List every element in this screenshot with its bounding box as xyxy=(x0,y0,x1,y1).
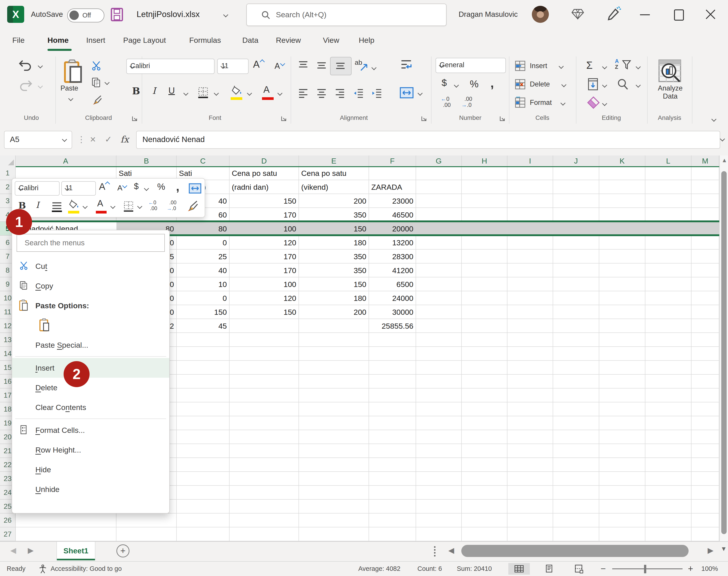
undo-dropdown-icon[interactable] xyxy=(38,63,43,68)
menu-item-format-cells[interactable]: Format Cells... xyxy=(12,420,169,440)
redo-dropdown-icon[interactable] xyxy=(38,84,43,89)
format-cells-icon[interactable] xyxy=(514,96,526,109)
menu-item-hide[interactable]: Hide xyxy=(12,460,169,480)
mini-comma[interactable]: , xyxy=(176,179,179,193)
menu-item-insert[interactable]: Insert xyxy=(12,358,169,378)
number-dialog-launcher-icon[interactable] xyxy=(499,115,506,122)
font-name-combo[interactable]: Calibri xyxy=(126,59,215,74)
tab-review[interactable]: Review xyxy=(276,32,301,48)
insert-cells-label[interactable]: Insert xyxy=(530,62,547,70)
row-header-27[interactable]: 27 xyxy=(0,527,16,541)
status-mode[interactable]: Ready xyxy=(7,561,26,576)
column-header-C[interactable]: C xyxy=(177,155,230,166)
scroll-right-icon[interactable]: ▶ xyxy=(708,546,714,555)
tab-insert[interactable]: Insert xyxy=(86,32,105,48)
merge-center-icon[interactable] xyxy=(399,86,414,99)
scroll-up-icon[interactable]: ▲ xyxy=(722,157,727,164)
cell-F8[interactable]: 41200 xyxy=(369,263,416,277)
cell-D4[interactable]: 170 xyxy=(230,208,299,222)
underline-button[interactable]: U xyxy=(169,86,175,96)
cell-F6[interactable]: 13200 xyxy=(369,236,416,250)
filename-chevron-icon[interactable] xyxy=(223,12,229,18)
cell-F5[interactable]: 20000 xyxy=(369,222,416,236)
mini-format-painter-icon[interactable] xyxy=(185,199,199,213)
cell-F9[interactable]: 6500 xyxy=(369,277,416,291)
cell-E4[interactable]: 350 xyxy=(299,208,369,222)
clear-eraser-icon[interactable] xyxy=(587,96,600,109)
mini-currency-dropdown-icon[interactable] xyxy=(144,186,149,191)
column-header-I[interactable]: I xyxy=(508,155,553,166)
enter-icon[interactable]: ✓ xyxy=(105,131,112,148)
cell-D2[interactable]: (radni dan) xyxy=(230,180,299,194)
paste-label[interactable]: Paste xyxy=(60,84,78,92)
accessibility-status[interactable]: Accessibility: Good to go xyxy=(51,561,122,576)
decrease-font-button[interactable]: A xyxy=(275,61,280,71)
document-title[interactable]: LetnjiPoslovi.xlsx xyxy=(136,6,200,23)
add-sheet-button[interactable]: + xyxy=(116,544,129,557)
cell-E7[interactable]: 350 xyxy=(299,250,369,263)
cell-D7[interactable]: 170 xyxy=(230,250,299,263)
clear-dropdown-icon[interactable] xyxy=(602,101,607,106)
clipboard-dialog-launcher-icon[interactable] xyxy=(131,115,138,122)
middle-align-icon[interactable] xyxy=(315,59,328,72)
cell-D8[interactable]: 170 xyxy=(230,263,299,277)
increase-decimal-button[interactable]: .00 →.0 xyxy=(461,96,472,108)
align-center-icon[interactable] xyxy=(315,87,328,99)
align-left-icon[interactable] xyxy=(297,87,309,99)
top-align-icon[interactable] xyxy=(297,59,309,72)
cell-F4[interactable]: 46500 xyxy=(369,208,416,222)
column-header-L[interactable]: L xyxy=(645,155,692,166)
premium-diamond-icon[interactable] xyxy=(572,8,584,20)
sort-filter-button[interactable]: A Z xyxy=(615,58,619,70)
column-header-G[interactable]: G xyxy=(416,155,462,166)
cell-D6[interactable]: 120 xyxy=(230,236,299,250)
mini-decrease-decimal[interactable]: ←0 .00 xyxy=(148,200,157,211)
column-header-F[interactable]: F xyxy=(369,155,416,166)
mini-italic[interactable]: I xyxy=(36,200,39,210)
mini-font-name-combo[interactable]: Calibri xyxy=(15,181,60,196)
mini-percent[interactable]: % xyxy=(157,182,165,192)
formula-input[interactable]: Nenadović Nenad xyxy=(136,131,720,149)
column-header-K[interactable]: K xyxy=(599,155,645,166)
cell-D11[interactable]: 150 xyxy=(230,305,299,319)
insert-cells-icon[interactable] xyxy=(514,60,526,72)
cell-C8[interactable]: 40 xyxy=(177,263,229,277)
cell-F10[interactable]: 24000 xyxy=(369,291,416,305)
decrease-indent-icon[interactable] xyxy=(353,87,365,99)
column-header-E[interactable]: E xyxy=(299,155,369,166)
cell-C10[interactable]: 0 xyxy=(177,291,229,305)
prev-sheet-icon[interactable]: ◀ xyxy=(10,546,16,555)
zoom-level[interactable]: 100% xyxy=(701,561,718,576)
cell-D3[interactable]: 150 xyxy=(230,194,299,208)
insert-function-icon[interactable]: fx xyxy=(120,131,129,148)
wrap-text-button[interactable] xyxy=(399,58,414,73)
cell-C9[interactable]: 10 xyxy=(177,277,229,291)
column-header-J[interactable]: J xyxy=(553,155,599,166)
fill-dropdown-icon[interactable] xyxy=(602,83,607,88)
fill-down-icon[interactable] xyxy=(587,78,599,91)
page-layout-view-button[interactable] xyxy=(538,563,560,575)
fill-color-dropdown-icon[interactable] xyxy=(247,91,252,96)
cancel-icon[interactable]: × xyxy=(90,131,96,148)
menu-item-clear-contents[interactable]: Clear Contents xyxy=(12,398,169,417)
cell-F2[interactable]: ZARADA xyxy=(369,180,416,194)
decrease-decimal-button[interactable]: ←0 .00 xyxy=(441,96,451,108)
mini-borders-icon[interactable] xyxy=(122,200,135,212)
cell-C7[interactable]: 25 xyxy=(177,250,229,263)
avatar[interactable] xyxy=(532,6,549,23)
horizontal-scroll-thumb[interactable] xyxy=(461,545,689,557)
undo-button[interactable] xyxy=(18,59,34,72)
delete-cells-label[interactable]: Delete xyxy=(530,80,550,88)
scrollbar-splitter-handle[interactable] xyxy=(434,545,435,558)
normal-view-button[interactable] xyxy=(508,563,530,575)
redo-button-disabled[interactable] xyxy=(18,79,34,92)
cell-D9[interactable]: 100 xyxy=(230,277,299,291)
sheet-tab-sheet1[interactable]: Sheet1 xyxy=(56,542,95,560)
next-sheet-icon[interactable]: ▶ xyxy=(28,546,34,555)
cut-icon[interactable] xyxy=(90,60,102,72)
font-color-dropdown-icon[interactable] xyxy=(277,91,282,96)
minimize-button[interactable] xyxy=(639,9,652,20)
cell-F7[interactable]: 28300 xyxy=(369,250,416,263)
menu-item-unhide[interactable]: Unhide xyxy=(12,480,169,499)
delete-cells-icon[interactable] xyxy=(514,78,526,90)
